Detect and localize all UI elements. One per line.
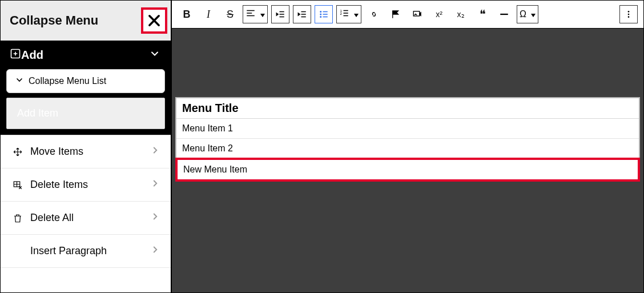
add-header[interactable]: Add — [1, 41, 171, 69]
menu-title[interactable]: Menu Title — [176, 98, 639, 119]
more-options-button[interactable] — [619, 5, 638, 23]
outdent-icon — [275, 9, 285, 19]
sidebar-item-delete-items[interactable]: Delete Items — [1, 168, 171, 202]
sidebar-header: Collapse Menu — [1, 1, 171, 41]
superscript-button[interactable]: x² — [430, 5, 448, 23]
bold-button[interactable]: B — [178, 5, 196, 23]
svg-point-9 — [628, 14, 630, 15]
collapse-menu-widget[interactable]: Menu Title Menu Item 1 Menu Item 2 New M… — [175, 97, 640, 182]
chevron-down-icon — [149, 48, 160, 62]
omega-icon: Ω — [520, 9, 526, 19]
sidebar: Collapse Menu Add Collaps — [1, 1, 172, 292]
chevron-right-icon — [150, 211, 160, 224]
add-item-button[interactable]: Add Item — [6, 98, 165, 129]
sidebar-item-move[interactable]: Move Items — [1, 135, 171, 168]
indent-icon — [297, 9, 307, 19]
hr-icon — [499, 9, 509, 19]
sidebar-item-label: Delete All — [30, 212, 74, 224]
menu-item-new[interactable]: New Menu Item — [175, 158, 640, 182]
chevron-right-icon — [150, 244, 160, 258]
delete-items-icon — [11, 180, 25, 190]
add-label: Add — [21, 49, 43, 62]
add-item-label: Add Item — [17, 107, 58, 119]
chevron-right-icon — [150, 145, 160, 158]
indent-button[interactable] — [293, 5, 311, 23]
collapse-menu-list-button[interactable]: Collapse Menu List — [6, 69, 165, 93]
chevron-down-icon — [529, 9, 536, 19]
sidebar-item-label: Move Items — [30, 146, 83, 158]
toolbar: B I S 12 — [172, 1, 643, 29]
svg-point-4 — [320, 16, 321, 18]
main: B I S 12 — [172, 1, 643, 292]
sidebar-title: Collapse Menu — [10, 13, 98, 28]
blockquote-button[interactable]: ❝ — [473, 5, 492, 23]
svg-point-3 — [320, 14, 321, 15]
chevron-right-icon — [150, 178, 160, 191]
outdent-button[interactable] — [271, 5, 289, 23]
add-body: Collapse Menu List Add Item — [1, 69, 171, 135]
horizontal-rule-button[interactable] — [495, 5, 513, 23]
strikethrough-button[interactable]: S — [221, 5, 239, 23]
svg-point-8 — [628, 11, 630, 13]
bullet-list-icon — [319, 9, 329, 19]
link-button[interactable] — [365, 5, 383, 23]
subscript-button[interactable]: x₂ — [452, 5, 470, 23]
svg-text:2: 2 — [340, 12, 343, 15]
menu-item[interactable]: Menu Item 2 — [176, 139, 639, 159]
flag-button[interactable] — [387, 5, 405, 23]
numbered-list-icon: 12 — [339, 8, 349, 21]
align-left-icon — [245, 8, 256, 21]
bullet-list-button[interactable] — [315, 5, 333, 23]
chevron-down-icon — [15, 75, 24, 87]
sidebar-menu-rows: Move Items Delete Items Delete All — [1, 135, 171, 268]
add-section: Add Collapse Menu List Add Item — [1, 41, 171, 135]
svg-rect-7 — [413, 11, 420, 16]
numbered-list-dropdown[interactable]: 12 — [336, 5, 361, 23]
app-root: Collapse Menu Add Collaps — [0, 0, 644, 293]
link-icon — [369, 9, 379, 19]
move-icon — [11, 147, 25, 157]
trash-icon — [11, 213, 25, 223]
collapse-list-label: Collapse Menu List — [29, 76, 106, 86]
svg-point-2 — [320, 11, 321, 13]
svg-point-10 — [628, 16, 630, 18]
sidebar-item-delete-all[interactable]: Delete All — [1, 202, 171, 235]
chevron-down-icon — [258, 9, 265, 19]
sidebar-item-label: Insert Paragraph — [30, 245, 107, 257]
close-icon — [146, 13, 162, 29]
media-icon — [412, 9, 422, 19]
align-dropdown[interactable] — [243, 5, 268, 23]
menu-item[interactable]: Menu Item 1 — [176, 119, 639, 139]
kebab-icon — [624, 10, 633, 19]
chevron-down-icon — [352, 9, 359, 19]
editor-canvas[interactable]: Menu Title Menu Item 1 Menu Item 2 New M… — [172, 29, 643, 292]
sidebar-item-label: Delete Items — [30, 179, 88, 191]
media-button[interactable] — [408, 5, 426, 23]
add-icon — [10, 48, 21, 62]
special-char-dropdown[interactable]: Ω — [517, 5, 538, 23]
sidebar-item-insert-paragraph[interactable]: Insert Paragraph — [1, 235, 171, 268]
italic-button[interactable]: I — [199, 5, 218, 23]
close-button[interactable] — [141, 7, 167, 34]
flag-icon — [391, 9, 401, 19]
